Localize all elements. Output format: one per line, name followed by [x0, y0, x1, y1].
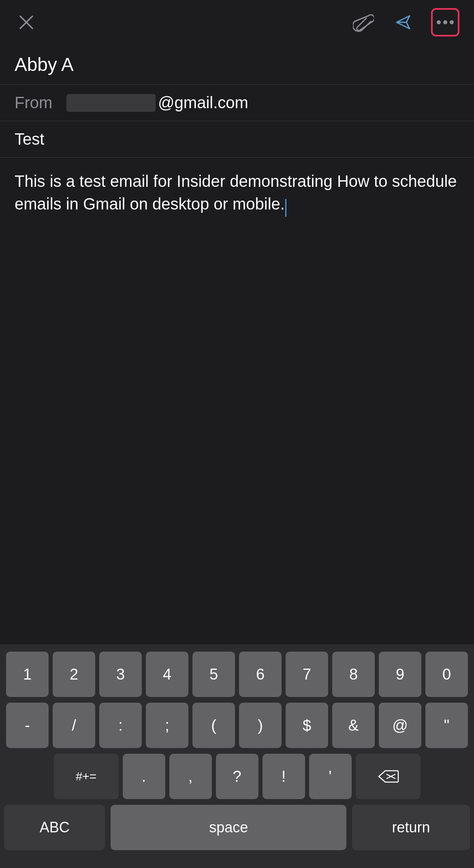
- toolbar: [0, 0, 474, 45]
- key-4[interactable]: 4: [146, 652, 188, 697]
- key-8[interactable]: 8: [332, 652, 375, 697]
- key-period[interactable]: .: [123, 754, 165, 799]
- key-2[interactable]: 2: [53, 652, 95, 697]
- key-dash[interactable]: -: [6, 703, 49, 748]
- from-email-mask: [66, 94, 156, 112]
- subject-row[interactable]: Test: [0, 121, 474, 158]
- key-colon[interactable]: :: [99, 703, 142, 748]
- from-email-domain: @gmail.com: [158, 94, 248, 112]
- svg-point-4: [437, 20, 441, 24]
- key-more-symbols[interactable]: #+=: [54, 754, 119, 799]
- key-exclamation[interactable]: !: [263, 754, 305, 799]
- key-dollar[interactable]: $: [286, 703, 328, 748]
- key-return[interactable]: return: [352, 805, 470, 850]
- key-0[interactable]: 0: [425, 652, 468, 697]
- key-comma[interactable]: ,: [169, 754, 212, 799]
- attach-button[interactable]: [352, 11, 375, 34]
- key-at[interactable]: @: [379, 703, 421, 748]
- body-text: This is a test email for Insider demonst…: [15, 172, 457, 213]
- key-close-paren[interactable]: ): [239, 703, 282, 748]
- toolbar-right: [352, 8, 459, 36]
- key-7[interactable]: 7: [286, 652, 328, 697]
- body-area[interactable]: This is a test email for Insider demonst…: [0, 158, 474, 229]
- key-open-paren[interactable]: (: [192, 703, 235, 748]
- key-quote[interactable]: ": [425, 703, 468, 748]
- recipient-name: Abby A: [15, 54, 74, 75]
- key-1[interactable]: 1: [6, 652, 49, 697]
- text-cursor: [285, 199, 286, 217]
- subject-text: Test: [15, 130, 44, 148]
- key-5[interactable]: 5: [192, 652, 235, 697]
- keyboard-row-bottom: ABC space return: [4, 805, 470, 850]
- key-slash[interactable]: /: [53, 703, 95, 748]
- key-3[interactable]: 3: [99, 652, 142, 697]
- key-semicolon[interactable]: ;: [146, 703, 188, 748]
- key-space[interactable]: space: [111, 805, 346, 850]
- key-apostrophe[interactable]: ': [309, 754, 352, 799]
- toolbar-left: [15, 11, 38, 34]
- key-9[interactable]: 9: [379, 652, 421, 697]
- keyboard-row-symbols: - / : ; ( ) $ & @ ": [4, 703, 470, 748]
- recipient-row: Abby A: [0, 45, 474, 85]
- keyboard-row-misc: #+= . , ? ! ': [4, 754, 470, 799]
- key-ampersand[interactable]: &: [332, 703, 375, 748]
- more-button[interactable]: [431, 8, 459, 36]
- key-6[interactable]: 6: [239, 652, 282, 697]
- svg-point-6: [450, 20, 454, 24]
- keyboard: 1 2 3 4 5 6 7 8 9 0 - / : ; ( ) $ & @ " …: [0, 644, 474, 868]
- key-question[interactable]: ?: [216, 754, 258, 799]
- delete-key[interactable]: [356, 754, 421, 799]
- close-button[interactable]: [15, 11, 38, 34]
- key-abc[interactable]: ABC: [4, 805, 105, 850]
- svg-point-5: [443, 20, 447, 24]
- send-button[interactable]: [391, 11, 415, 34]
- keyboard-row-numbers: 1 2 3 4 5 6 7 8 9 0: [4, 652, 470, 697]
- from-label: From: [15, 94, 55, 112]
- from-row: From @gmail.com: [0, 85, 474, 121]
